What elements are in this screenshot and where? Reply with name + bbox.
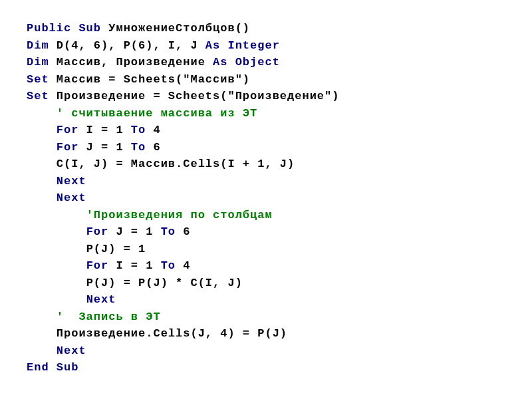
keyword: For: [86, 225, 109, 238]
code-line: Next: [27, 342, 512, 360]
keyword: To: [161, 225, 176, 238]
code-text: Произведение = Scheets("Произведение"): [49, 90, 340, 102]
keyword: Public Sub: [27, 22, 101, 35]
code-text: P(J) = 1: [86, 243, 146, 255]
code-line: Set Массив = Scheets("Массив"): [27, 71, 512, 88]
code-text: J = 1: [78, 141, 130, 154]
keyword: Next: [57, 175, 86, 188]
code-line: For J = 1 To 6: [27, 139, 512, 156]
code-text: P(J) = P(J) * C(I, J): [86, 277, 243, 289]
code-text: Произведение.Cells(J, 4) = P(J): [57, 327, 287, 340]
keyword: For: [57, 124, 79, 136]
code-line: For I = 1 To 4: [27, 122, 512, 139]
keyword: End Sub: [27, 361, 78, 374]
code-line: Next: [27, 173, 512, 190]
code-line: 'Произведения по столбцам: [27, 207, 512, 224]
code-text: УмножениеСтолбцов(): [101, 22, 250, 35]
keyword: Dim: [27, 39, 49, 52]
code-line: Dim Массив, Произведение As Object: [27, 54, 512, 71]
code-line: End Sub: [27, 359, 512, 376]
code-line: For J = 1 To 6: [27, 223, 512, 241]
keyword: For: [86, 259, 109, 272]
code-text: 6: [176, 225, 190, 238]
code-line: ' считываение массива из ЭТ: [27, 105, 512, 122]
code-line: Public Sub УмножениеСтолбцов(): [27, 20, 512, 37]
keyword: As Object: [213, 56, 280, 68]
keyword: Next: [86, 293, 116, 306]
code-line: Произведение.Cells(J, 4) = P(J): [27, 325, 512, 342]
code-line: C(I, J) = Массив.Cells(I + 1, J): [27, 156, 512, 173]
code-line: For I = 1 To 4: [27, 257, 512, 275]
code-line: P(J) = P(J) * C(I, J): [27, 275, 512, 292]
code-line: Next: [27, 190, 512, 207]
code-text: J = 1: [108, 225, 160, 238]
keyword: Next: [57, 344, 86, 357]
keyword: To: [131, 141, 146, 154]
comment: 'Произведения по столбцам: [86, 209, 273, 221]
code-text: D(4, 6), P(6), I, J: [49, 39, 205, 52]
keyword: To: [131, 124, 146, 136]
keyword: Next: [57, 192, 86, 204]
code-line: Next: [27, 291, 512, 309]
keyword: Set: [27, 73, 49, 86]
keyword: Dim: [27, 56, 49, 68]
code-line: Dim D(4, 6), P(6), I, J As Integer: [27, 37, 512, 55]
keyword: As Integer: [205, 39, 280, 52]
code-text: 6: [146, 141, 160, 154]
keyword: For: [57, 141, 79, 154]
keyword: To: [161, 259, 176, 272]
code-text: I = 1: [108, 259, 160, 272]
comment: ' считываение массива из ЭТ: [57, 107, 257, 120]
code-block: Public Sub УмножениеСтолбцов()Dim D(4, 6…: [27, 20, 512, 376]
code-line: ' Запись в ЭТ: [27, 309, 512, 326]
code-text: C(I, J) = Массив.Cells(I + 1, J): [57, 158, 295, 170]
keyword: Set: [27, 90, 49, 102]
code-text: 4: [146, 124, 160, 136]
code-line: P(J) = 1: [27, 241, 512, 258]
code-text: 4: [176, 259, 190, 272]
code-line: Set Произведение = Scheets("Произведение…: [27, 88, 512, 105]
code-text: Массив, Произведение: [49, 56, 213, 68]
comment: ' Запись в ЭТ: [57, 311, 161, 323]
code-text: I = 1: [78, 124, 130, 136]
code-text: Массив = Scheets("Массив"): [49, 73, 250, 86]
